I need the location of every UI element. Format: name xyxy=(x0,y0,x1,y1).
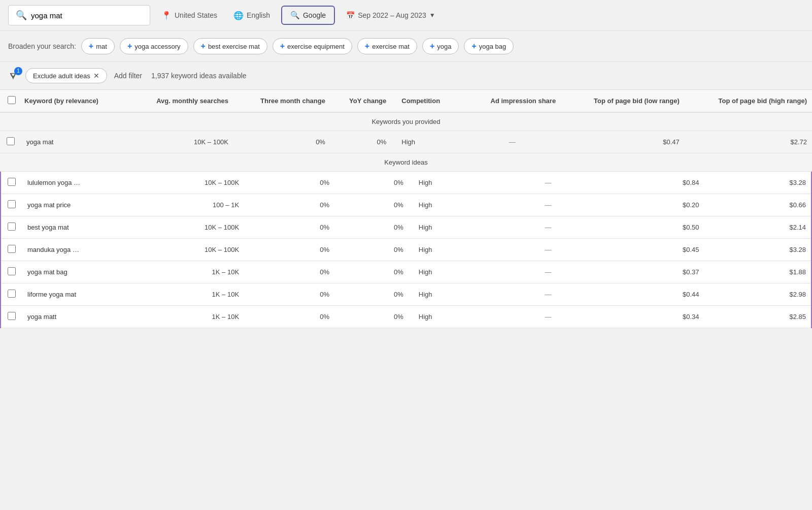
platform-selector[interactable]: 🔍 Google xyxy=(281,6,335,25)
row-avg-searches: 1K – 10K xyxy=(146,261,244,283)
broaden-chip-yoga-accessory[interactable]: + yoga accessory xyxy=(120,38,188,54)
row-competition: High xyxy=(409,172,499,194)
col-ad-impression: Ad impression share xyxy=(463,90,561,112)
row-three-month: 0% xyxy=(244,306,334,328)
row-checkbox-cell[interactable] xyxy=(1,261,22,283)
row-keyword: yoga mat price xyxy=(22,194,146,216)
row-checkbox[interactable] xyxy=(8,290,16,298)
language-selector[interactable]: 🌐 English xyxy=(228,8,275,23)
table-row: liforme yoga mat 1K – 10K 0% 0% High — $… xyxy=(1,283,811,306)
section-header-ideas: Keyword ideas xyxy=(0,153,812,172)
row-top-low: $0.84 xyxy=(597,172,704,194)
row-ad-impression: — xyxy=(499,283,597,306)
broaden-chip-exercise-mat[interactable]: + exercise mat xyxy=(357,38,417,54)
row-top-low: $0.20 xyxy=(597,194,704,216)
row-checkbox[interactable] xyxy=(8,178,16,186)
row-checkbox[interactable] xyxy=(7,137,15,145)
row-top-high: $3.28 xyxy=(704,172,811,194)
plus-icon: + xyxy=(365,42,369,51)
row-three-month: 0% xyxy=(244,194,334,216)
select-all-checkbox[interactable] xyxy=(8,96,16,104)
broaden-chip-mat[interactable]: + mat xyxy=(81,38,115,54)
broaden-chip-best-exercise-mat[interactable]: + best exercise mat xyxy=(193,38,267,54)
row-checkbox[interactable] xyxy=(8,267,16,275)
language-label: English xyxy=(247,11,270,19)
row-keyword: yoga mat xyxy=(21,131,127,153)
row-keyword: yoga matt xyxy=(22,306,146,328)
keyword-ideas-table: lululemon yoga … 10K – 100K 0% 0% High —… xyxy=(1,172,811,328)
row-yoy: 0% xyxy=(334,239,409,261)
row-keyword: liforme yoga mat xyxy=(22,283,146,306)
broaden-chip-yoga[interactable]: + yoga xyxy=(422,38,459,54)
broaden-chip-label: best exercise mat xyxy=(208,43,260,50)
table-row: yoga mat 10K – 100K 0% 0% High — $0.47 $… xyxy=(0,131,812,153)
row-ad-impression: — xyxy=(499,306,597,328)
top-bar: 🔍 📍 United States 🌐 English 🔍 Google 📅 S… xyxy=(0,0,812,31)
table-row: yoga matt 1K – 10K 0% 0% High — $0.34 $2… xyxy=(1,306,811,328)
row-three-month: 0% xyxy=(244,239,334,261)
broaden-search-bar: Broaden your search: + mat + yoga access… xyxy=(0,31,812,62)
row-keyword: best yoga mat xyxy=(22,216,146,239)
add-filter-button[interactable]: Add filter xyxy=(114,72,142,80)
row-top-low: $0.50 xyxy=(597,216,704,239)
broaden-chip-label: yoga xyxy=(437,43,451,50)
broaden-chip-yoga-bag[interactable]: + yoga bag xyxy=(464,38,514,54)
row-top-high: $3.28 xyxy=(704,239,811,261)
filter-badge: 1 xyxy=(14,67,22,75)
plus-icon: + xyxy=(127,42,132,51)
table-row: yoga mat price 100 – 1K 0% 0% High — $0.… xyxy=(1,194,811,216)
table-row: lululemon yoga … 10K – 100K 0% 0% High —… xyxy=(1,172,811,194)
row-checkbox[interactable] xyxy=(8,312,16,320)
broaden-chip-label: exercise equipment xyxy=(287,43,345,50)
row-yoy: 0% xyxy=(334,194,409,216)
row-three-month: 0% xyxy=(244,283,334,306)
search-input[interactable] xyxy=(31,11,143,20)
row-ad-impression: — xyxy=(499,261,597,283)
col-three-month: Three month change xyxy=(233,90,330,112)
row-ad-impression: — xyxy=(499,216,597,239)
broaden-chip-exercise-equipment[interactable]: + exercise equipment xyxy=(273,38,352,54)
row-checkbox-cell[interactable] xyxy=(1,194,22,216)
row-three-month: 0% xyxy=(244,172,334,194)
filter-bar: ⛛ 1 Exclude adult ideas ✕ Add filter 1,9… xyxy=(0,62,812,90)
table-row: manduka yoga … 10K – 100K 0% 0% High — $… xyxy=(1,239,811,261)
row-three-month: 0% xyxy=(244,216,334,239)
row-avg-searches: 1K – 10K xyxy=(146,283,244,306)
row-checkbox[interactable] xyxy=(8,200,16,208)
row-checkbox-cell[interactable] xyxy=(1,306,22,328)
row-competition: High xyxy=(409,239,499,261)
date-range-picker[interactable]: 📅 Sep 2022 – Aug 2023 ▼ xyxy=(341,8,441,22)
row-avg-searches: 10K – 100K xyxy=(146,216,244,239)
row-checkbox-cell[interactable] xyxy=(1,283,22,306)
row-yoy: 0% xyxy=(330,131,391,153)
row-competition: High xyxy=(409,261,499,283)
row-checkbox-cell[interactable] xyxy=(1,216,22,239)
table-row: best yoga mat 10K – 100K 0% 0% High — $0… xyxy=(1,216,811,239)
search-box[interactable]: 🔍 xyxy=(8,5,150,25)
row-yoy: 0% xyxy=(334,283,409,306)
row-three-month: 0% xyxy=(244,261,334,283)
row-checkbox[interactable] xyxy=(8,245,16,253)
row-checkbox-cell[interactable] xyxy=(1,172,22,194)
location-selector[interactable]: 📍 United States xyxy=(156,8,222,23)
chevron-down-icon: ▼ xyxy=(429,12,435,19)
exclude-adult-chip[interactable]: Exclude adult ideas ✕ xyxy=(25,68,107,83)
table-header-row: Keyword (by relevance) Avg. monthly sear… xyxy=(0,90,812,112)
row-yoy: 0% xyxy=(334,306,409,328)
row-top-high: $2.14 xyxy=(704,216,811,239)
plus-icon: + xyxy=(430,42,434,51)
plus-icon: + xyxy=(201,42,206,51)
platform-label: Google xyxy=(303,11,326,19)
row-checkbox-cell[interactable] xyxy=(0,131,21,153)
broaden-label: Broaden your search: xyxy=(8,42,76,50)
platform-icon: 🔍 xyxy=(290,11,300,20)
filter-icon-wrap[interactable]: ⛛ 1 xyxy=(8,70,18,82)
broaden-chip-label: mat xyxy=(96,43,107,50)
broaden-chip-label: yoga accessory xyxy=(134,43,180,50)
row-checkbox-cell[interactable] xyxy=(1,239,22,261)
col-competition: Competition xyxy=(391,90,463,112)
row-yoy: 0% xyxy=(334,216,409,239)
row-checkbox[interactable] xyxy=(8,222,16,231)
row-top-low: $0.37 xyxy=(597,261,704,283)
row-top-low: $0.44 xyxy=(597,283,704,306)
